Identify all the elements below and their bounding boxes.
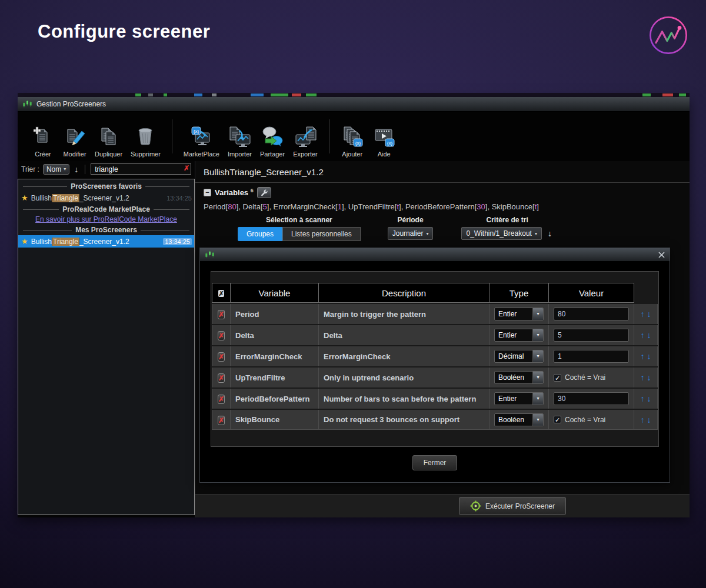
- move-up-icon[interactable]: ↑: [640, 415, 646, 425]
- variable-type-cell: Entier▾: [489, 304, 549, 324]
- toolbar-supprimer[interactable]: Supprimer: [126, 125, 165, 158]
- move-up-icon[interactable]: ↑: [640, 352, 646, 361]
- toolbar-dupliquer[interactable]: Dupliquer: [91, 125, 126, 158]
- period-group: Période Journalier ▾: [388, 216, 434, 241]
- type-select[interactable]: Entier▾: [494, 392, 544, 405]
- variable-name-cell: PeriodBeforePattern: [231, 389, 319, 409]
- variable-row: ✗PeriodMargin to trigger the patternEnti…: [212, 304, 658, 324]
- toolbar-partager[interactable]: Partager: [256, 125, 289, 158]
- tab-groupes[interactable]: Groupes: [238, 227, 282, 241]
- type-select-value: Booléen: [495, 416, 532, 424]
- delete-variable-icon[interactable]: ✗: [218, 331, 225, 340]
- collapse-variables-button[interactable]: −: [204, 189, 211, 196]
- edit-variables-button[interactable]: [257, 187, 271, 198]
- variable-type-cell: Booléen▾: [489, 410, 549, 430]
- sort-criteria-select[interactable]: 0_Within/1_Breakout ▾: [461, 227, 541, 240]
- execute-proscreener-button[interactable]: Exécuter ProScreener: [459, 497, 566, 515]
- variable-row: ✗PeriodBeforePatternNumber of bars to sc…: [212, 389, 658, 409]
- toolbar-item-label: Exporter: [293, 151, 318, 158]
- tab-listes-personnelles[interactable]: Listes personnelles: [282, 227, 361, 241]
- variable-name-cell: ErrorMarginCheck: [231, 346, 319, 366]
- move-down-icon[interactable]: ↓: [646, 373, 652, 382]
- timestamp: 13:34:25: [166, 195, 192, 202]
- variable-value-cell: ✓Coché = Vrai: [549, 410, 634, 430]
- close-icon: [658, 252, 665, 258]
- param-name: SkipBounce: [492, 202, 532, 211]
- value-checkbox[interactable]: ✓Coché = Vrai: [554, 373, 629, 382]
- move-up-icon[interactable]: ↑: [640, 309, 646, 319]
- clear-search-icon[interactable]: ✗: [184, 164, 189, 172]
- reorder-column-header: [634, 283, 658, 303]
- delete-variable-icon[interactable]: ✗: [218, 395, 225, 404]
- value-checkbox[interactable]: ✓Coché = Vrai: [554, 416, 629, 424]
- sort-label: Trier :: [21, 165, 39, 173]
- fermer-button[interactable]: Fermer: [412, 455, 458, 470]
- move-down-icon[interactable]: ↓: [646, 394, 652, 403]
- move-down-icon[interactable]: ↓: [646, 352, 652, 361]
- sort-criteria-direction-button[interactable]: ↓: [547, 229, 553, 238]
- move-down-icon[interactable]: ↓: [646, 330, 652, 340]
- move-down-icon[interactable]: ↓: [646, 415, 652, 425]
- delete-variable-icon[interactable]: ✗: [218, 352, 225, 362]
- scan-selection-group: Sélection à scanner Groupes Listes perso…: [238, 216, 361, 241]
- value-input[interactable]: [554, 329, 629, 342]
- variables-dialog: ✗ Variable Description Type Valeur ✗Peri…: [199, 248, 670, 483]
- delete-variable-icon[interactable]: ✗: [218, 310, 225, 319]
- type-select[interactable]: Booléen▾: [494, 371, 544, 384]
- sort-select[interactable]: Nom ▾: [43, 164, 69, 175]
- toolbar-aide[interactable]: {x}Aide: [368, 125, 400, 158]
- toolbar-exporter[interactable]: Exporter: [289, 125, 322, 158]
- chevron-down-icon: ▾: [532, 350, 543, 362]
- value-input[interactable]: [554, 350, 629, 363]
- variables-table: ✗ Variable Description Type Valeur ✗Peri…: [212, 282, 658, 431]
- move-up-icon[interactable]: ↑: [640, 394, 646, 403]
- close-dialog-button[interactable]: [658, 252, 665, 258]
- screener-list-item[interactable]: ★BullishTriangle_Screener_v1.213:34:25: [18, 235, 194, 248]
- move-down-icon[interactable]: ↓: [646, 309, 652, 319]
- type-select[interactable]: Décimal▾: [494, 350, 544, 363]
- type-select[interactable]: Booléen▾: [494, 413, 544, 426]
- type-select-value: Booléen: [495, 373, 532, 382]
- toolbar-cre-er[interactable]: Créer: [27, 125, 59, 158]
- sort-criteria-group: Critère de tri 0_Within/1_Breakout ▾ ↓: [461, 216, 552, 241]
- reorder-cell: ↑↓: [634, 410, 658, 430]
- delete-all-icon[interactable]: ✗: [218, 290, 224, 297]
- window-titlebar[interactable]: Gestion ProScreeners: [18, 97, 690, 112]
- period-select[interactable]: Journalier ▾: [388, 227, 434, 240]
- variable-name-cell: Period: [231, 304, 319, 324]
- column-header-description: Description: [319, 283, 489, 303]
- create-icon: [31, 125, 55, 148]
- toolbar-ajouter[interactable]: {x}Ajouter: [337, 125, 368, 158]
- variable-value-cell: [549, 325, 634, 345]
- delete-variable-icon[interactable]: ✗: [218, 416, 225, 425]
- toolbar-item-label: Ajouter: [342, 151, 362, 158]
- toolbar-marketplace[interactable]: {x}MarketPlace: [179, 125, 224, 158]
- toolbar-modifier[interactable]: Modifier: [59, 125, 91, 158]
- page-title: Configure screener: [38, 21, 210, 42]
- move-up-icon[interactable]: ↑: [640, 373, 646, 382]
- variable-value-cell: [549, 346, 634, 366]
- sort-direction-button[interactable]: ↓: [73, 165, 79, 174]
- type-select-value: Entier: [495, 331, 532, 339]
- checkbox-label: Coché = Vrai: [565, 416, 605, 424]
- search-input[interactable]: [91, 163, 191, 175]
- checkbox-icon: ✓: [554, 374, 561, 382]
- variable-name-cell: SkipBounce: [231, 410, 319, 430]
- value-input[interactable]: [554, 308, 629, 320]
- dialog-titlebar[interactable]: [200, 248, 670, 262]
- toolbar-importer[interactable]: Importer: [224, 125, 256, 158]
- value-input[interactable]: [554, 392, 629, 405]
- variable-description-cell: Number of bars to scan before the patter…: [319, 389, 489, 409]
- variable-row: ✗DeltaDeltaEntier▾↑↓: [212, 325, 658, 345]
- variable-description-cell: Delta: [319, 325, 489, 345]
- move-up-icon[interactable]: ↑: [640, 330, 646, 340]
- delete-column-header: ✗: [212, 283, 231, 303]
- marketplace-link[interactable]: En savoir plus sur ProRealCode MarketPla…: [18, 215, 194, 223]
- type-select[interactable]: Entier▾: [494, 329, 544, 342]
- reorder-cell: ↑↓: [634, 368, 658, 387]
- delete-variable-icon[interactable]: ✗: [218, 373, 225, 383]
- chevron-down-icon: ▾: [532, 308, 543, 320]
- type-select[interactable]: Entier▾: [494, 308, 544, 320]
- param-name: PeriodBeforePattern: [405, 202, 475, 211]
- screener-list-item[interactable]: ★BullishTriangle_Screener_v1.213:34:25: [18, 192, 194, 204]
